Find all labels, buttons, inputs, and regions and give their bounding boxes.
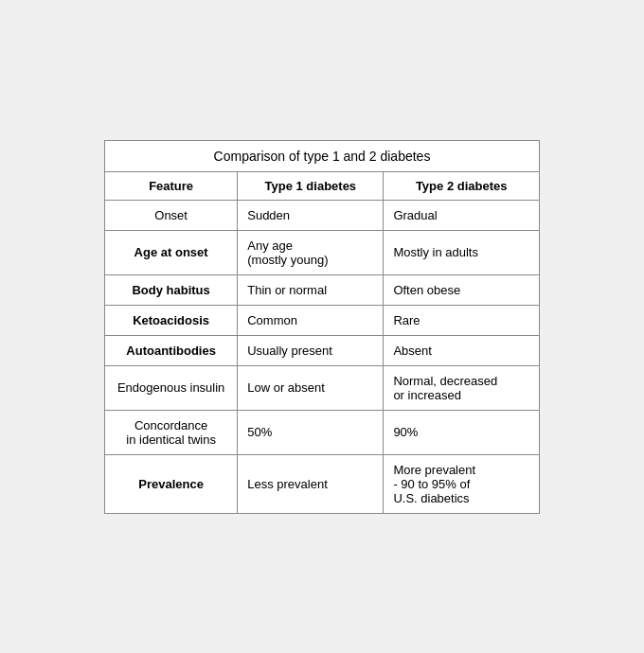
cell-type1-1: Any age(mostly young) bbox=[238, 230, 384, 274]
table-title-row: Comparison of type 1 and 2 diabetes bbox=[105, 141, 539, 172]
cell-type1-6: 50% bbox=[238, 410, 384, 454]
table-row: OnsetSuddenGradual bbox=[105, 200, 539, 230]
cell-type2-1: Mostly in adults bbox=[384, 230, 539, 274]
cell-type1-4: Usually present bbox=[238, 335, 384, 365]
cell-type1-3: Common bbox=[238, 305, 384, 335]
cell-type2-5: Normal, decreasedor increased bbox=[384, 365, 539, 410]
table-row: Body habitusThin or normalOften obese bbox=[105, 274, 539, 305]
table-row: Endogenous insulinLow or absentNormal, d… bbox=[105, 365, 539, 410]
table-row: KetoacidosisCommonRare bbox=[105, 305, 539, 335]
cell-type2-0: Gradual bbox=[384, 200, 539, 230]
cell-type2-3: Rare bbox=[384, 305, 539, 335]
cell-type1-2: Thin or normal bbox=[238, 274, 384, 305]
cell-type2-6: 90% bbox=[384, 410, 539, 454]
cell-feature-7: Prevalence bbox=[105, 454, 238, 513]
header-type2: Type 2 diabetes bbox=[384, 171, 539, 200]
table-header-row: Feature Type 1 diabetes Type 2 diabetes bbox=[105, 171, 539, 200]
cell-feature-1: Age at onset bbox=[105, 230, 238, 274]
cell-type1-0: Sudden bbox=[238, 200, 384, 230]
cell-type1-5: Low or absent bbox=[238, 365, 384, 410]
cell-type2-7: More prevalent- 90 to 95% of U.S. diabet… bbox=[384, 454, 539, 513]
cell-feature-6: Concordancein identical twins bbox=[105, 410, 238, 454]
header-type1: Type 1 diabetes bbox=[238, 171, 384, 200]
cell-feature-0: Onset bbox=[105, 200, 238, 230]
cell-feature-2: Body habitus bbox=[105, 274, 238, 305]
comparison-table: Comparison of type 1 and 2 diabetes Feat… bbox=[104, 140, 540, 514]
header-feature: Feature bbox=[105, 171, 238, 200]
table-row: PrevalenceLess prevalentMore prevalent- … bbox=[105, 454, 539, 513]
cell-feature-4: Autoantibodies bbox=[105, 335, 238, 365]
table-row: Age at onsetAny age(mostly young)Mostly … bbox=[105, 230, 539, 274]
cell-feature-5: Endogenous insulin bbox=[105, 365, 238, 410]
cell-type2-4: Absent bbox=[384, 335, 539, 365]
table-row: Concordancein identical twins50%90% bbox=[105, 410, 539, 454]
cell-type2-2: Often obese bbox=[384, 274, 539, 305]
table-title: Comparison of type 1 and 2 diabetes bbox=[105, 141, 539, 172]
table-row: AutoantibodiesUsually presentAbsent bbox=[105, 335, 539, 365]
cell-type1-7: Less prevalent bbox=[238, 454, 384, 513]
cell-feature-3: Ketoacidosis bbox=[105, 305, 238, 335]
